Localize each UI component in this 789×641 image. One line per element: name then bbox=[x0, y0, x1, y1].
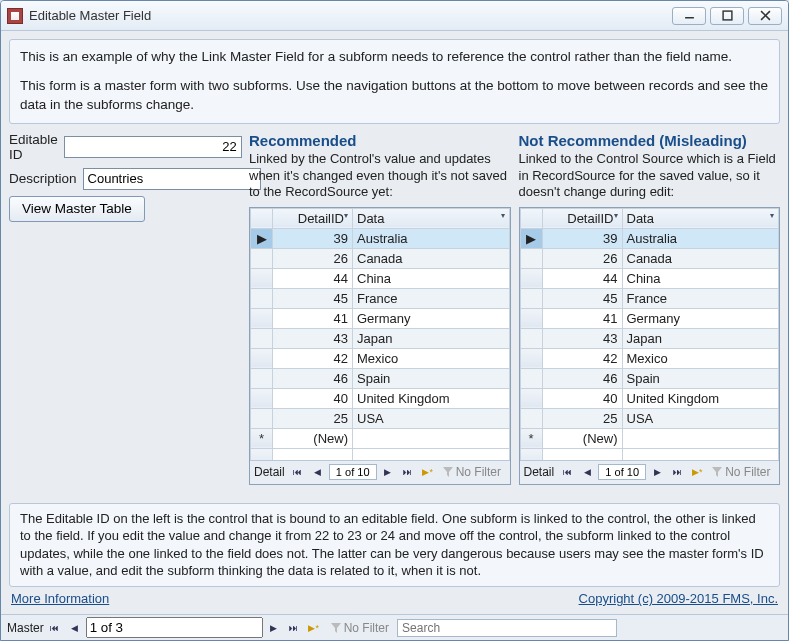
cell-detailid[interactable]: 43 bbox=[542, 328, 622, 348]
table-row[interactable]: 46Spain bbox=[251, 368, 510, 388]
select-all-cell[interactable] bbox=[520, 208, 542, 228]
cell-data[interactable]: Germany bbox=[353, 308, 510, 328]
cell-detailid-new[interactable]: (New) bbox=[273, 428, 353, 448]
nav-new-icon[interactable]: ▶* bbox=[305, 619, 323, 637]
cell-data[interactable]: USA bbox=[622, 408, 779, 428]
cell-data[interactable]: Canada bbox=[622, 248, 779, 268]
cell-detailid[interactable]: 46 bbox=[542, 368, 622, 388]
cell-detailid[interactable]: 41 bbox=[542, 308, 622, 328]
cell-detailid[interactable]: 26 bbox=[273, 248, 353, 268]
column-header-data[interactable]: Data▾ bbox=[622, 208, 779, 228]
nav-next-icon[interactable]: ▶ bbox=[265, 619, 283, 637]
cell-data[interactable]: Japan bbox=[353, 328, 510, 348]
copyright-link[interactable]: Copyright (c) 2009-2015 FMS, Inc. bbox=[579, 591, 778, 606]
table-row[interactable]: 44China bbox=[520, 268, 779, 288]
row-selector[interactable] bbox=[520, 348, 542, 368]
table-row[interactable]: ▶39Australia bbox=[520, 228, 779, 248]
datagrid-recommended[interactable]: DetailID▾Data▾▶39Australia26Canada44Chin… bbox=[250, 208, 510, 460]
editable-id-input[interactable] bbox=[64, 136, 242, 158]
table-row[interactable]: 25USA bbox=[251, 408, 510, 428]
table-row[interactable]: 26Canada bbox=[520, 248, 779, 268]
nav-last-icon[interactable]: ⏭ bbox=[668, 463, 686, 481]
cell-detailid[interactable]: 46 bbox=[273, 368, 353, 388]
nav-last-icon[interactable]: ⏭ bbox=[399, 463, 417, 481]
cell-data[interactable]: Spain bbox=[353, 368, 510, 388]
table-row[interactable]: 40United Kingdom bbox=[520, 388, 779, 408]
column-header-detailid[interactable]: DetailID▾ bbox=[273, 208, 353, 228]
row-selector[interactable]: ▶ bbox=[520, 228, 542, 248]
row-selector[interactable] bbox=[251, 328, 273, 348]
row-selector[interactable] bbox=[520, 268, 542, 288]
cell-data-new[interactable] bbox=[622, 428, 779, 448]
table-row[interactable]: 42Mexico bbox=[251, 348, 510, 368]
row-selector[interactable] bbox=[520, 288, 542, 308]
cell-detailid[interactable]: 44 bbox=[273, 268, 353, 288]
nav-next-icon[interactable]: ▶ bbox=[379, 463, 397, 481]
cell-detailid[interactable]: 39 bbox=[273, 228, 353, 248]
nav-prev-icon[interactable]: ◀ bbox=[309, 463, 327, 481]
table-row[interactable]: 45France bbox=[520, 288, 779, 308]
cell-detailid[interactable]: 40 bbox=[542, 388, 622, 408]
cell-data[interactable]: United Kingdom bbox=[353, 388, 510, 408]
cell-data[interactable]: Germany bbox=[622, 308, 779, 328]
row-selector[interactable] bbox=[251, 308, 273, 328]
row-selector[interactable] bbox=[251, 368, 273, 388]
table-row[interactable]: 26Canada bbox=[251, 248, 510, 268]
cell-data[interactable]: Mexico bbox=[622, 348, 779, 368]
cell-detailid[interactable]: 39 bbox=[542, 228, 622, 248]
row-selector[interactable] bbox=[520, 308, 542, 328]
new-record-row[interactable]: *(New) bbox=[251, 428, 510, 448]
column-header-detailid[interactable]: DetailID▾ bbox=[542, 208, 622, 228]
cell-detailid[interactable]: 41 bbox=[273, 308, 353, 328]
cell-data[interactable]: USA bbox=[353, 408, 510, 428]
table-row[interactable]: 45France bbox=[251, 288, 510, 308]
table-row[interactable]: 25USA bbox=[520, 408, 779, 428]
description-input[interactable] bbox=[83, 168, 261, 190]
row-selector[interactable] bbox=[251, 348, 273, 368]
cell-data[interactable]: Spain bbox=[622, 368, 779, 388]
cell-detailid[interactable]: 45 bbox=[273, 288, 353, 308]
table-row[interactable]: 41Germany bbox=[520, 308, 779, 328]
cell-detailid[interactable]: 42 bbox=[273, 348, 353, 368]
cell-data[interactable]: United Kingdom bbox=[622, 388, 779, 408]
search-input[interactable] bbox=[397, 619, 617, 637]
nav-first-icon[interactable]: ⏮ bbox=[558, 463, 576, 481]
datagrid-not-recommended[interactable]: DetailID▾Data▾▶39Australia26Canada44Chin… bbox=[520, 208, 780, 460]
no-filter-indicator[interactable]: No Filter bbox=[443, 465, 501, 479]
row-selector[interactable] bbox=[251, 388, 273, 408]
row-selector[interactable] bbox=[251, 268, 273, 288]
master-record-position-input[interactable] bbox=[86, 617, 263, 638]
table-row[interactable]: 43Japan bbox=[520, 328, 779, 348]
cell-detailid[interactable]: 40 bbox=[273, 388, 353, 408]
row-selector[interactable] bbox=[251, 248, 273, 268]
select-all-cell[interactable] bbox=[251, 208, 273, 228]
new-record-row[interactable]: *(New) bbox=[520, 428, 779, 448]
row-selector[interactable] bbox=[520, 408, 542, 428]
cell-data[interactable]: Australia bbox=[353, 228, 510, 248]
table-row[interactable]: ▶39Australia bbox=[251, 228, 510, 248]
close-button[interactable] bbox=[748, 7, 782, 25]
nav-new-icon[interactable]: ▶* bbox=[688, 463, 706, 481]
cell-detailid[interactable]: 42 bbox=[542, 348, 622, 368]
maximize-button[interactable] bbox=[710, 7, 744, 25]
cell-data-new[interactable] bbox=[353, 428, 510, 448]
table-row[interactable]: 42Mexico bbox=[520, 348, 779, 368]
nav-first-icon[interactable]: ⏮ bbox=[289, 463, 307, 481]
cell-detailid[interactable]: 26 bbox=[542, 248, 622, 268]
cell-data[interactable]: Mexico bbox=[353, 348, 510, 368]
nav-prev-icon[interactable]: ◀ bbox=[66, 619, 84, 637]
table-row[interactable]: 46Spain bbox=[520, 368, 779, 388]
row-selector[interactable] bbox=[520, 368, 542, 388]
table-row[interactable]: 44China bbox=[251, 268, 510, 288]
record-position-input[interactable] bbox=[329, 464, 377, 480]
nav-next-icon[interactable]: ▶ bbox=[648, 463, 666, 481]
nav-new-icon[interactable]: ▶* bbox=[419, 463, 437, 481]
cell-detailid[interactable]: 45 bbox=[542, 288, 622, 308]
column-header-data[interactable]: Data▾ bbox=[353, 208, 510, 228]
table-row[interactable]: 41Germany bbox=[251, 308, 510, 328]
row-selector[interactable] bbox=[251, 408, 273, 428]
cell-detailid[interactable]: 25 bbox=[273, 408, 353, 428]
cell-data[interactable]: China bbox=[353, 268, 510, 288]
cell-data[interactable]: China bbox=[622, 268, 779, 288]
cell-detailid[interactable]: 25 bbox=[542, 408, 622, 428]
